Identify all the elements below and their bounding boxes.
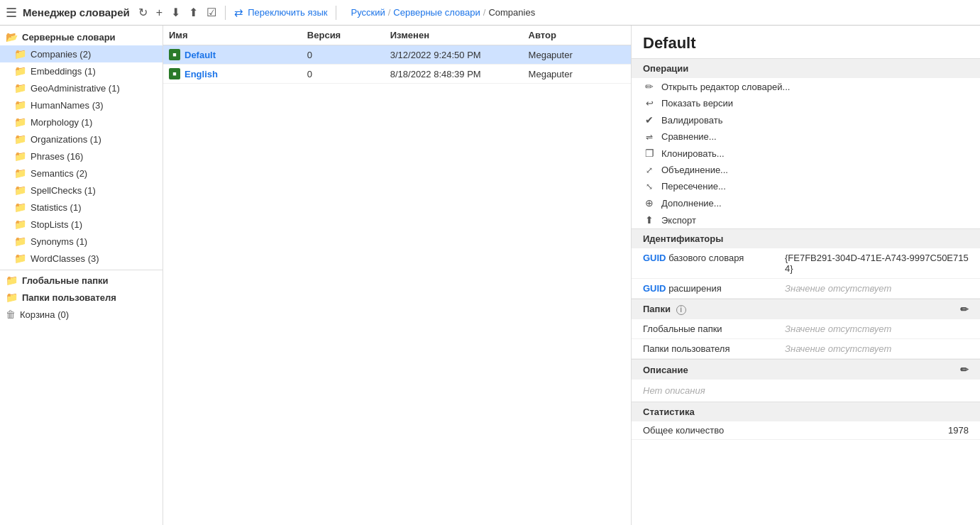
- statistics-header: Статистика: [632, 402, 980, 421]
- sidebar-item-wordclasses[interactable]: 📁 WordClasses (3): [0, 250, 163, 267]
- breadcrumb-lang[interactable]: Русский: [351, 7, 385, 18]
- file-modified-default: 3/12/2022 9:24:50 PM: [390, 50, 529, 60]
- menu-icon[interactable]: ☰: [6, 5, 17, 21]
- operations-header: Операции: [632, 59, 980, 78]
- compare-icon: ⇌: [643, 132, 656, 142]
- download-icon[interactable]: ⬇: [171, 6, 180, 19]
- stoplists-label: StopLists (1): [31, 219, 82, 230]
- op-validate-label: Валидировать: [661, 115, 723, 126]
- file-author-default: Megaputer: [529, 50, 625, 60]
- check-icon[interactable]: ☑: [207, 6, 216, 19]
- upload-icon[interactable]: ⬆: [189, 6, 198, 19]
- op-open-editor-label: Открыть редактор словарей...: [661, 82, 790, 92]
- topbar-actions: ↻ + ⬇ ⬆ ☑: [138, 6, 216, 19]
- global-folders-label: Глобальные папки: [22, 275, 109, 286]
- op-validate[interactable]: ✔ Валидировать: [632, 111, 980, 128]
- guid-base-key: GUID базового словаря: [643, 253, 785, 263]
- separator: [225, 6, 226, 20]
- sidebar-item-geoadministrative[interactable]: 📁 GeoAdministrative (1): [0, 79, 163, 96]
- complement-icon: ⊕: [643, 197, 656, 209]
- sidebar-item-user-folders[interactable]: 📁 Папки пользователя: [0, 289, 163, 306]
- add-icon[interactable]: +: [156, 6, 163, 19]
- sidebar-item-spellchecks[interactable]: 📁 SpellChecks (1): [0, 182, 163, 199]
- col-header-modified: Изменен: [390, 30, 529, 40]
- op-intersect[interactable]: ⤡ Пересечение...: [632, 178, 980, 194]
- companies-label: Companies (2): [31, 49, 91, 60]
- file-name-label-english: English: [185, 69, 218, 79]
- folder-icon-phrases: 📁: [14, 150, 26, 162]
- identifiers-header: Идентификаторы: [632, 229, 980, 248]
- op-compare-label: Сравнение...: [661, 131, 717, 142]
- folder-icon-morphology: 📁: [14, 116, 26, 128]
- content-area: Имя Версия Изменен Автор ■ Default 0 3/1…: [163, 26, 980, 525]
- separator2: [336, 6, 336, 20]
- op-export[interactable]: ⬆ Экспорт: [632, 211, 980, 228]
- switch-language-button[interactable]: ⇄ Переключить язык: [234, 6, 327, 19]
- sidebar-item-companies[interactable]: 📁 Companies (2): [0, 45, 163, 62]
- op-show-versions-label: Показать версии: [661, 98, 733, 109]
- total-count-key: Общее количество: [643, 425, 948, 436]
- global-folders-key: Глобальные папки: [643, 324, 785, 334]
- file-modified-english: 8/18/2022 8:48:39 PM: [390, 69, 529, 79]
- folder-icon-synonyms: 📁: [14, 236, 26, 247]
- file-name-english: ■ English: [169, 68, 307, 79]
- guid-ext-key-rest: расширения: [668, 283, 722, 294]
- file-list: Имя Версия Изменен Автор ■ Default 0 3/1…: [163, 26, 632, 525]
- refresh-icon[interactable]: ↻: [138, 6, 148, 19]
- op-show-versions[interactable]: ↩ Показать версии: [632, 95, 980, 111]
- file-version-default: 0: [307, 50, 390, 60]
- file-row-english[interactable]: ■ English 0 8/18/2022 8:48:39 PM Megaput…: [163, 65, 631, 84]
- sidebar-item-stoplists[interactable]: 📁 StopLists (1): [0, 216, 163, 233]
- guid-ext-value: Значение отсутствует: [785, 283, 969, 294]
- op-union[interactable]: ⤢ Объединение...: [632, 162, 980, 178]
- op-open-editor[interactable]: ✏ Открыть редактор словарей...: [632, 78, 980, 95]
- op-complement[interactable]: ⊕ Дополнение...: [632, 194, 980, 211]
- sidebar-item-embeddings[interactable]: 📁 Embeddings (1): [0, 62, 163, 79]
- op-clone[interactable]: ❐ Клонировать...: [632, 145, 980, 162]
- folder-icon-global: 📁: [6, 275, 18, 286]
- global-folders-value: Значение отсутствует: [785, 324, 969, 334]
- sidebar-item-organizations[interactable]: 📁 Organizations (1): [0, 131, 163, 148]
- breadcrumb: Русский / Серверные словари / Companies: [351, 7, 535, 18]
- phrases-label: Phrases (16): [31, 151, 83, 162]
- sidebar-item-global-folders[interactable]: 📁 Глобальные папки: [0, 272, 163, 289]
- op-compare[interactable]: ⇌ Сравнение...: [632, 128, 980, 145]
- detail-panel: Default Операции ✏ Открыть редактор слов…: [632, 26, 980, 525]
- intersect-icon: ⤡: [643, 182, 656, 192]
- sidebar-item-phrases[interactable]: 📁 Phrases (16): [0, 148, 163, 165]
- sidebar-item-server-dictionaries[interactable]: 📂 Серверные словари: [0, 28, 163, 45]
- folder-icon-semantics: 📁: [14, 167, 26, 179]
- col-header-name: Имя: [169, 30, 307, 40]
- global-section: 📁 Глобальные папки 📁 Папки пользователя …: [0, 270, 163, 324]
- total-count-value: 1978: [948, 425, 969, 436]
- sidebar-item-statistics[interactable]: 📁 Statistics (1): [0, 199, 163, 216]
- sep1: /: [388, 7, 391, 18]
- guid-ext-key: GUID расширения: [643, 283, 785, 294]
- wordclasses-label: WordClasses (3): [31, 253, 99, 264]
- info-icon[interactable]: i: [676, 305, 686, 315]
- sidebar-item-trash[interactable]: 🗑 Корзина (0): [0, 306, 163, 323]
- description-edit-icon[interactable]: ✏: [960, 364, 969, 375]
- versions-icon: ↩: [643, 98, 656, 109]
- folder-icon-geo: 📁: [14, 82, 26, 94]
- op-clone-label: Клонировать...: [661, 148, 725, 159]
- col-header-author: Автор: [529, 30, 625, 40]
- file-name-label-default: Default: [185, 50, 216, 60]
- global-folders-row: Глобальные папки Значение отсутствует: [632, 319, 980, 339]
- folders-header: Папки i ✏: [632, 299, 980, 319]
- description-section: Описание ✏ Нет описания: [632, 359, 980, 402]
- file-author-english: Megaputer: [529, 69, 625, 79]
- sidebar-item-synonyms[interactable]: 📁 Synonyms (1): [0, 233, 163, 250]
- sidebar-item-humannames[interactable]: 📁 HumanNames (3): [0, 96, 163, 114]
- file-row-default[interactable]: ■ Default 0 3/12/2022 9:24:50 PM Megaput…: [163, 45, 631, 65]
- app-title: Менеджер словарей: [23, 6, 130, 18]
- sidebar-item-morphology[interactable]: 📁 Morphology (1): [0, 114, 163, 131]
- breadcrumb-server[interactable]: Серверные словари: [393, 7, 480, 18]
- server-section-label: Серверные словари: [22, 32, 116, 43]
- folders-edit-icon[interactable]: ✏: [960, 304, 969, 315]
- main-layout: 📂 Серверные словари 📁 Companies (2) 📁 Em…: [0, 26, 980, 525]
- server-section: 📂 Серверные словари 📁 Companies (2) 📁 Em…: [0, 26, 163, 270]
- guid-base-key-rest: базового словаря: [668, 253, 744, 263]
- folder-icon-stoplists: 📁: [14, 219, 26, 230]
- sidebar-item-semantics[interactable]: 📁 Semantics (2): [0, 165, 163, 182]
